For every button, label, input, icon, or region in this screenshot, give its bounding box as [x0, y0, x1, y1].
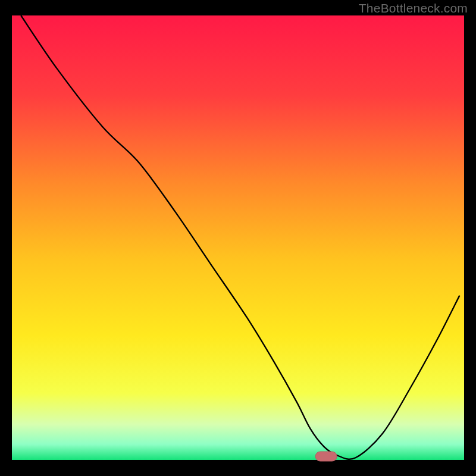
- ideal-marker: [315, 452, 337, 461]
- gradient-background: [12, 15, 464, 460]
- bottleneck-chart: [0, 0, 476, 476]
- watermark-text: TheBottleneck.com: [359, 1, 468, 15]
- chart-frame: TheBottleneck.com: [0, 0, 476, 476]
